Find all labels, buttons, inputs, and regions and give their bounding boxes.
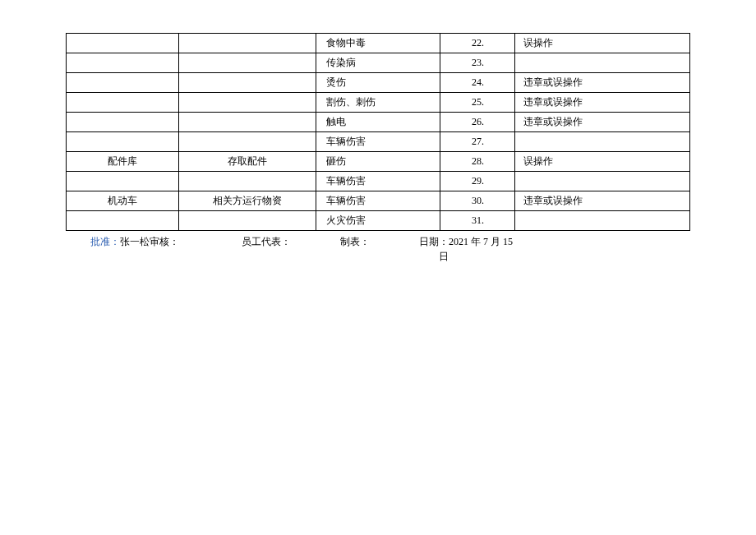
cell-location — [67, 53, 179, 73]
cell-cause: 误操作 — [515, 34, 690, 53]
cell-cause: 违章或误操作 — [515, 191, 690, 211]
cell-hazard: 车辆伤害 — [316, 172, 440, 191]
table-row: 机动车 相关方运行物资 车辆伤害 30. 违章或误操作 — [67, 191, 690, 211]
rep-label: 员工代表： — [242, 234, 291, 249]
cell-hazard: 车辆伤害 — [316, 132, 440, 152]
cell-cause: 违章或误操作 — [515, 93, 690, 113]
table-row: 火灾伤害 31. — [67, 211, 690, 231]
cell-location: 机动车 — [67, 191, 179, 211]
cell-index: 24. — [440, 73, 515, 93]
table-row: 车辆伤害 27. — [67, 132, 690, 152]
cell-activity — [178, 132, 316, 152]
audit-label: 审核： — [150, 234, 179, 249]
table-row: 割伤、刺伤 25. 违章或误操作 — [67, 93, 690, 113]
cell-index: 25. — [440, 93, 515, 113]
cell-location — [67, 34, 179, 53]
cell-activity — [178, 211, 316, 231]
cell-location — [67, 113, 179, 132]
cell-activity — [178, 113, 316, 132]
cell-hazard: 车辆伤害 — [316, 191, 440, 211]
date-day: 日 — [90, 249, 690, 264]
date-label: 日期： — [419, 236, 449, 247]
approve-value: 张一松 — [120, 236, 150, 247]
maker-label: 制表： — [340, 234, 370, 249]
cell-cause — [515, 172, 690, 191]
cell-index: 28. — [440, 152, 515, 172]
cell-activity — [178, 53, 316, 73]
signature-footer: 批准：张一松 审核：员工代表：制表： 日期：2021 年 7 月 15 日 — [66, 234, 690, 264]
cell-cause — [515, 53, 690, 73]
table-row: 烫伤 24. 违章或误操作 — [67, 73, 690, 93]
cell-cause: 违章或误操作 — [515, 73, 690, 93]
date-value: 2021 年 7 月 15 — [449, 236, 513, 247]
cell-location — [67, 211, 179, 231]
cell-hazard: 火灾伤害 — [316, 211, 440, 231]
cell-cause: 误操作 — [515, 152, 690, 172]
table-row: 食物中毒 22. 误操作 — [67, 34, 690, 53]
cell-location — [67, 132, 179, 152]
cell-activity — [178, 73, 316, 93]
cell-hazard: 砸伤 — [316, 152, 440, 172]
cell-activity: 存取配件 — [178, 152, 316, 172]
table-row: 配件库 存取配件 砸伤 28. 误操作 — [67, 152, 690, 172]
cell-hazard: 烫伤 — [316, 73, 440, 93]
table-row: 车辆伤害 29. — [67, 172, 690, 191]
cell-index: 31. — [440, 211, 515, 231]
cell-cause: 违章或误操作 — [515, 113, 690, 132]
cell-activity — [178, 172, 316, 191]
cell-location — [67, 93, 179, 113]
cell-index: 22. — [440, 34, 515, 53]
cell-hazard: 触电 — [316, 113, 440, 132]
cell-index: 27. — [440, 132, 515, 152]
cell-location: 配件库 — [67, 152, 179, 172]
cell-location — [67, 172, 179, 191]
approve-label: 批准： — [90, 236, 120, 247]
cell-hazard: 割伤、刺伤 — [316, 93, 440, 113]
cell-hazard: 食物中毒 — [316, 34, 440, 53]
hazard-table: 食物中毒 22. 误操作 传染病 23. 烫伤 24. 违章或误操作 割伤、刺伤… — [66, 33, 690, 231]
cell-hazard: 传染病 — [316, 53, 440, 73]
cell-index: 30. — [440, 191, 515, 211]
cell-cause — [515, 211, 690, 231]
cell-index: 23. — [440, 53, 515, 73]
table-row: 触电 26. 违章或误操作 — [67, 113, 690, 132]
cell-activity — [178, 34, 316, 53]
cell-location — [67, 73, 179, 93]
cell-index: 26. — [440, 113, 515, 132]
cell-activity — [178, 93, 316, 113]
cell-activity: 相关方运行物资 — [178, 191, 316, 211]
table-row: 传染病 23. — [67, 53, 690, 73]
cell-index: 29. — [440, 172, 515, 191]
cell-cause — [515, 132, 690, 152]
